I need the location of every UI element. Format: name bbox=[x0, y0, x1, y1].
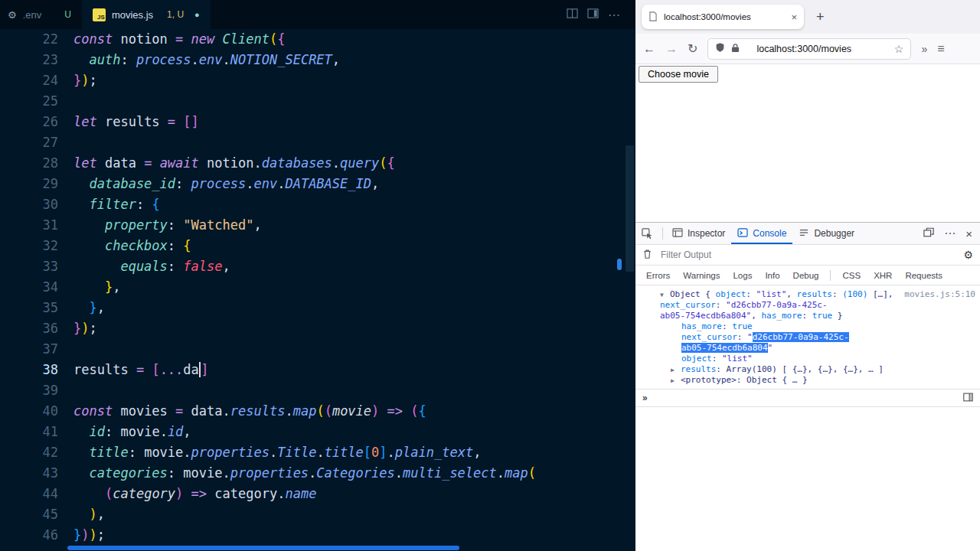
filter-button-xhr[interactable]: XHR bbox=[867, 269, 898, 282]
problems-git-badge: 1, U bbox=[167, 9, 184, 20]
more-actions-icon[interactable]: ⋯ bbox=[608, 8, 620, 22]
console-log-row: ab05-754ecdb6a804" bbox=[635, 343, 980, 354]
close-devtools-icon[interactable]: × bbox=[965, 227, 972, 240]
console-prompt-row[interactable]: » bbox=[635, 389, 980, 407]
code-line[interactable]: 35 }, bbox=[0, 298, 635, 318]
split-console-icon[interactable] bbox=[923, 227, 934, 240]
hamburger-menu-icon[interactable]: ≡ bbox=[937, 42, 944, 56]
console-prompt-chevrons: » bbox=[642, 393, 648, 403]
code-line[interactable]: 32 checkbox: { bbox=[0, 236, 635, 256]
line-number: 25 bbox=[0, 91, 74, 112]
code-line[interactable]: 39 bbox=[0, 380, 635, 401]
code-line[interactable]: 43 categories: movie.properties.Categori… bbox=[0, 463, 635, 484]
line-number: 41 bbox=[0, 422, 74, 442]
sidebar-toggle-icon[interactable] bbox=[963, 393, 973, 404]
code-line[interactable]: 24}); bbox=[0, 70, 635, 91]
filter-button-warnings[interactable]: Warnings bbox=[677, 269, 726, 282]
back-icon[interactable]: ← bbox=[643, 42, 655, 56]
console-settings-gear-icon[interactable]: ⚙ bbox=[963, 249, 973, 261]
editor-tab-label: .env bbox=[23, 9, 42, 21]
filter-output-input[interactable] bbox=[659, 249, 956, 261]
page-viewport: Choose movie bbox=[635, 64, 980, 222]
code-line[interactable]: 33 equals: false, bbox=[0, 256, 635, 277]
code-line[interactable]: 36}); bbox=[0, 318, 635, 339]
code-line[interactable]: 23 auth: process.env.NOTION_SECRET, bbox=[0, 50, 635, 70]
code-line[interactable]: 27 bbox=[0, 132, 635, 153]
clear-console-trash-icon[interactable] bbox=[642, 249, 652, 262]
tracking-protection-shield-icon[interactable] bbox=[715, 42, 725, 56]
filter-button-css[interactable]: CSS bbox=[836, 269, 867, 282]
site-security-lock-icon[interactable] bbox=[731, 42, 740, 56]
line-number: 22 bbox=[0, 29, 74, 50]
code-area[interactable]: 22const notion = new Client({23 auth: pr… bbox=[0, 29, 635, 551]
line-number: 32 bbox=[0, 236, 74, 256]
browser-tab-title: localhost:3000/movies bbox=[664, 12, 785, 21]
choose-movie-button[interactable]: Choose movie bbox=[639, 66, 718, 83]
code-line[interactable]: 26let results = [] bbox=[0, 112, 635, 132]
devtools-menu-icon[interactable]: ⋯ bbox=[944, 227, 956, 240]
filter-button-errors[interactable]: Errors bbox=[640, 269, 676, 282]
console-log-row: ab05-754ecdb6a804", has_more: true } bbox=[635, 311, 980, 321]
vertical-scrollbar[interactable] bbox=[626, 145, 634, 272]
editor-tab-movies[interactable]: JS movies.js 1, U ● bbox=[82, 0, 211, 29]
env-file-icon: ⚙ bbox=[8, 9, 17, 21]
line-number: 39 bbox=[0, 380, 74, 401]
code-line[interactable]: 25 bbox=[0, 91, 635, 112]
code-line[interactable]: 38results = [...da] bbox=[0, 360, 635, 380]
pick-element-icon[interactable] bbox=[635, 223, 659, 244]
code-line[interactable]: 45 ), bbox=[0, 504, 635, 525]
code-line[interactable]: 46})); bbox=[0, 525, 635, 546]
console-output: ▼Object { object: "list", results: (100)… bbox=[635, 285, 980, 386]
filter-button-logs[interactable]: Logs bbox=[727, 269, 758, 282]
split-editor-icon[interactable] bbox=[567, 8, 578, 21]
filter-button-debug[interactable]: Debug bbox=[787, 269, 825, 282]
browser-tab-strip: localhost:3000/movies × + bbox=[635, 0, 980, 34]
inspector-icon bbox=[672, 228, 683, 240]
line-number: 46 bbox=[0, 525, 74, 546]
git-status-badge: U bbox=[64, 9, 71, 20]
code-line[interactable]: 44 (category) => category.name bbox=[0, 484, 635, 504]
line-number: 24 bbox=[0, 70, 74, 91]
code-line[interactable]: 34 }, bbox=[0, 277, 635, 298]
code-line[interactable]: 30 filter: { bbox=[0, 194, 635, 215]
code-line[interactable]: 37 bbox=[0, 339, 635, 360]
code-line[interactable]: 22const notion = new Client({ bbox=[0, 29, 635, 50]
code-line[interactable]: 28let data = await notion.databases.quer… bbox=[0, 153, 635, 174]
tab-label: Inspector bbox=[688, 228, 725, 239]
close-tab-icon[interactable]: × bbox=[791, 11, 797, 23]
code-line[interactable]: 40const movies = data.results.map((movie… bbox=[0, 401, 635, 422]
editor-tab-env[interactable]: ⚙ .env U bbox=[0, 0, 82, 29]
url-text[interactable]: localhost:3000/movies bbox=[756, 44, 887, 54]
tab-debugger[interactable]: Debugger bbox=[792, 223, 861, 244]
line-number: 44 bbox=[0, 484, 74, 504]
filter-button-info[interactable]: Info bbox=[759, 269, 786, 282]
code-line[interactable]: 42 title: movie.properties.Title.title[0… bbox=[0, 442, 635, 463]
code-line[interactable]: 41 id: movie.id, bbox=[0, 422, 635, 442]
line-number: 31 bbox=[0, 215, 74, 236]
new-tab-icon[interactable]: + bbox=[816, 9, 825, 25]
code-line[interactable]: 31 property: "Watched", bbox=[0, 215, 635, 236]
console-log-row: next_cursor: "d26cbb77-0a9a-425c- bbox=[635, 332, 980, 343]
reload-icon[interactable]: ↻ bbox=[688, 41, 697, 56]
line-number: 43 bbox=[0, 463, 74, 484]
expand-toggle-icon[interactable]: ▼ bbox=[660, 290, 670, 301]
expand-toggle-icon[interactable]: ▶ bbox=[671, 365, 681, 376]
forward-icon[interactable]: → bbox=[665, 42, 678, 56]
filter-group-separator bbox=[830, 270, 831, 281]
toggle-layout-icon[interactable] bbox=[587, 8, 599, 21]
line-number: 23 bbox=[0, 50, 74, 70]
browser-tab[interactable]: localhost:3000/movies × bbox=[642, 5, 804, 29]
url-bar[interactable]: localhost:3000/movies ☆ bbox=[707, 38, 911, 60]
filter-button-requests[interactable]: Requests bbox=[899, 269, 949, 282]
devtools-toolbar: Inspector Console Debugger ⋯ × bbox=[635, 223, 980, 245]
unsaved-changes-icon[interactable]: ● bbox=[194, 10, 200, 19]
horizontal-scrollbar[interactable] bbox=[67, 546, 459, 550]
code-line[interactable]: 29 database_id: process.env.DATABASE_ID, bbox=[0, 174, 635, 194]
tab-console[interactable]: Console bbox=[731, 223, 792, 244]
tab-inspector[interactable]: Inspector bbox=[666, 223, 731, 244]
overflow-chevrons-icon[interactable]: » bbox=[921, 43, 927, 55]
source-link[interactable]: movies.js:5:10 bbox=[904, 289, 975, 300]
bookmark-star-icon[interactable]: ☆ bbox=[894, 43, 904, 55]
expand-toggle-icon[interactable]: ▶ bbox=[671, 376, 681, 386]
line-number: 36 bbox=[0, 318, 74, 339]
